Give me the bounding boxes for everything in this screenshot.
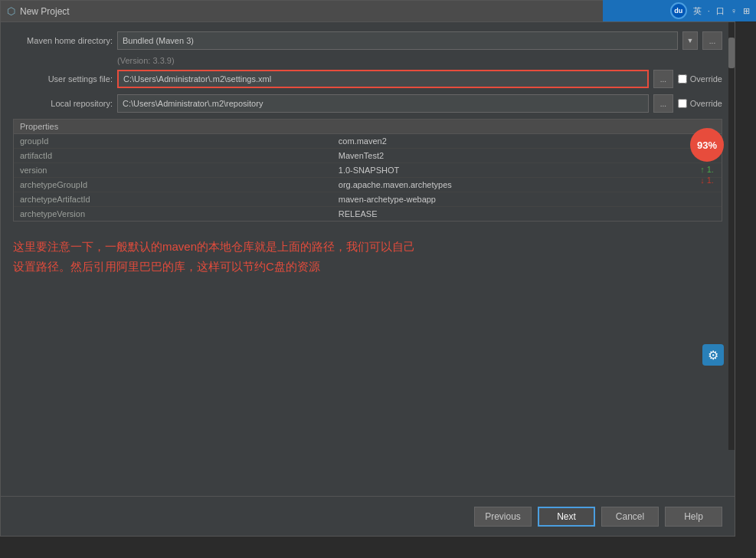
property-value: RELEASE [332,207,722,222]
grid-icon[interactable]: ⊞ [743,6,750,16]
table-row: archetypeArtifactIdmaven-archetype-webap… [14,192,722,207]
local-repo-override: Override [678,99,722,108]
local-repo-row: Local repository: ... Override [13,94,722,113]
property-value: 1.0-SNAPSHOT [332,163,722,178]
table-row: archetypeGroupIdorg.apache.maven.archety… [14,178,722,192]
property-value: com.maven2 [332,134,722,149]
dialog-title: New Project [20,6,70,17]
annotation-line1: 这里要注意一下，一般默认的maven的本地仓库就是上面的路径，我们可以自己 [13,237,722,257]
help-button[interactable]: Help [665,507,722,527]
properties-section: Properties groupIdcom.maven2artifactIdMa… [13,119,722,222]
properties-header: Properties [14,120,722,134]
property-key: artifactId [14,149,332,163]
dialog-icon: ⬡ [7,5,15,17]
property-value: maven-archetype-webapp [332,192,722,207]
dot-icon: · [708,6,710,15]
property-key: version [14,163,332,178]
property-value: org.apache.maven.archetypes [332,178,722,192]
baidu-logo: du [670,2,687,19]
maven-home-row: Maven home directory: Bundled (Maven 3) … [13,31,722,50]
local-repo-input[interactable] [117,94,649,113]
annotation-block: 这里要注意一下，一般默认的maven的本地仓库就是上面的路径，我们可以自己 设置… [13,231,722,282]
user-settings-input[interactable] [117,70,649,88]
right-action-button[interactable]: ⚙ [702,344,724,366]
maven-home-label: Maven home directory: [13,36,113,45]
scrollbar[interactable] [728,22,735,450]
local-repo-label: Local repository: [13,99,113,108]
cancel-button[interactable]: Cancel [601,507,659,527]
maven-home-select[interactable]: Bundled (Maven 3) [117,31,678,50]
local-repo-override-checkbox[interactable] [678,99,687,108]
badge-arrows: ↑ 1. ↓ 1. [690,165,724,185]
arrow-up-icon: ↑ 1. [700,165,714,174]
new-project-dialog: ⬡ New Project ─ □ ✕ Maven home directory… [0,0,735,537]
local-repo-override-label: Override [690,99,722,108]
arrow-down-icon: ↓ 1. [700,176,714,185]
next-button[interactable]: Next [538,507,595,527]
maven-version-text: (Version: 3.3.9) [117,56,722,65]
user-settings-browse-button[interactable]: ... [653,70,673,88]
property-key: groupId [14,134,332,149]
property-key: archetypeGroupId [14,178,332,192]
user-settings-override: Override [678,74,722,84]
local-repo-browse-button[interactable]: ... [653,94,673,113]
progress-badge-container: 93% ↑ 1. ↓ 1. [690,128,724,185]
dialog-content: Maven home directory: Bundled (Maven 3) … [1,22,735,496]
property-key: archetypeVersion [14,207,332,222]
user-icon[interactable]: ♀ [731,6,737,15]
table-row: archetypeVersionRELEASE [14,207,722,222]
maven-home-browse-button[interactable]: ... [702,31,722,50]
user-settings-override-label: Override [690,74,722,84]
property-key: archetypeArtifactId [14,192,332,207]
property-value: MavenTest2 [332,149,722,163]
scrollbar-thumb[interactable] [728,38,735,68]
properties-table: groupIdcom.maven2artifactIdMavenTest2ver… [14,134,722,221]
user-settings-override-checkbox[interactable] [678,74,687,84]
maven-home-dropdown-arrow[interactable]: ▼ [682,31,698,50]
lang-icon[interactable]: 英 [693,5,702,17]
previous-button[interactable]: Previous [474,507,532,527]
annotation-line2: 设置路径。然后引用阿里巴巴的库，这样可以节约C盘的资源 [13,257,722,277]
table-row: groupIdcom.maven2 [14,134,722,149]
window-icon[interactable]: 口 [716,5,725,17]
user-settings-label: User settings file: [13,74,113,84]
table-row: version1.0-SNAPSHOT [14,163,722,178]
taskbar-overlay: du 英 · 口 ♀ ⊞ [603,0,756,21]
progress-badge: 93% [690,128,724,162]
user-settings-row: User settings file: ... Override [13,70,722,88]
dialog-footer: Previous Next Cancel Help [1,496,735,536]
table-row: artifactIdMavenTest2 [14,149,722,163]
